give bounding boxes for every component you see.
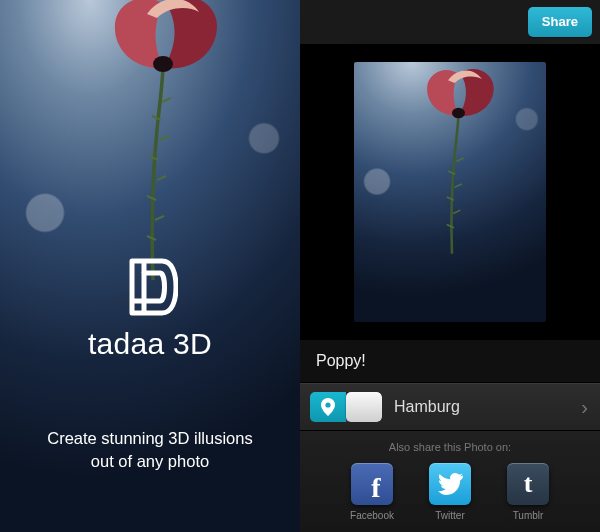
svg-point-8 [153, 56, 173, 72]
share-button[interactable]: Share [528, 7, 592, 37]
location-pin-icon [321, 398, 335, 416]
promo-tagline: Create stunning 3D illusions out of any … [0, 427, 300, 472]
share-twitter[interactable]: Twitter [422, 463, 478, 521]
svg-line-5 [160, 136, 169, 140]
chevron-right-icon: › [581, 396, 588, 419]
also-share-label: Also share this Photo on: [300, 441, 600, 453]
also-share-section: Also share this Photo on: f Facebook Twi… [300, 431, 600, 532]
photo-preview [300, 44, 600, 340]
header-bar: Share [300, 0, 600, 44]
share-tumblr[interactable]: t Tumblr [500, 463, 556, 521]
flower-illustration-small [375, 62, 525, 256]
promo-panel: tadaa 3D Create stunning 3D illusions ou… [0, 0, 300, 532]
location-row[interactable]: Hamburg › [300, 383, 600, 431]
social-label: Twitter [422, 510, 478, 521]
svg-line-12 [455, 184, 462, 187]
app-logo-icon [122, 255, 178, 319]
flower-illustration [35, 0, 265, 280]
svg-line-1 [155, 216, 164, 220]
facebook-icon: f [371, 472, 380, 504]
location-name: Hamburg [394, 398, 581, 416]
svg-line-7 [162, 98, 171, 102]
photo-title: Poppy! [300, 340, 600, 383]
svg-line-3 [157, 176, 166, 180]
share-facebook[interactable]: f Facebook [344, 463, 400, 521]
photo-thumbnail[interactable] [354, 62, 546, 322]
location-toggle-knob[interactable] [346, 392, 382, 422]
svg-line-10 [453, 210, 460, 213]
twitter-icon [437, 473, 463, 495]
social-label: Facebook [344, 510, 400, 521]
tumblr-icon: t [524, 469, 533, 499]
svg-point-15 [452, 108, 465, 118]
app-name: tadaa 3D [0, 327, 300, 361]
social-label: Tumblr [500, 510, 556, 521]
detail-panel: Share Poppy! [300, 0, 600, 532]
svg-point-16 [325, 402, 330, 407]
svg-line-14 [457, 158, 464, 161]
location-toggle[interactable] [310, 392, 382, 422]
